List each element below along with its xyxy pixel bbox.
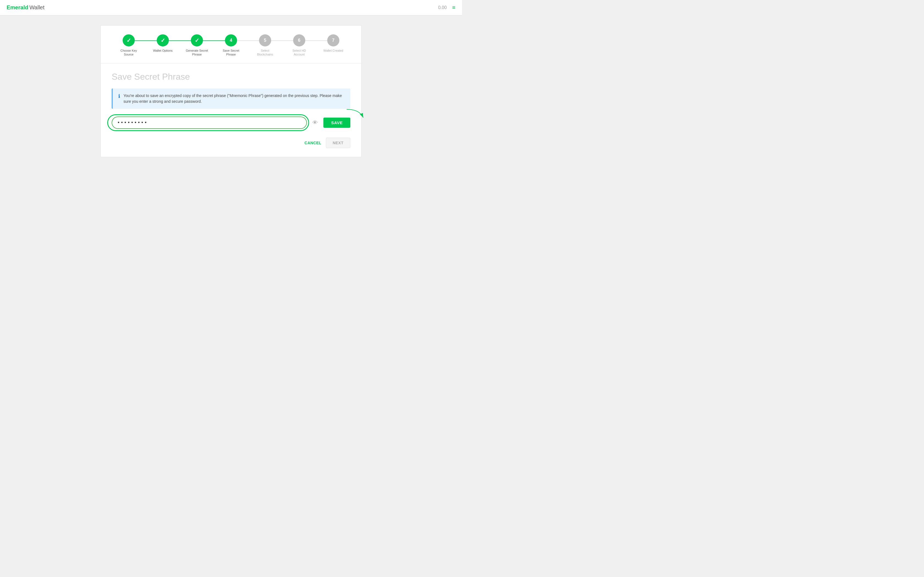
step-6-label: Select HD Account [287,48,312,56]
step-5: 5 Select Blockchains [248,34,282,56]
header-right: 0.00 ≡ [438,5,456,11]
step-7: 7 Wallet Created [316,34,351,53]
step-2-label: Wallet Options [153,48,173,53]
step-2-circle: ✓ [157,34,169,47]
step-1-label: Choose Key Source [116,48,141,56]
step-7-label: Wallet Created [323,48,343,53]
app-logo: Emerald Wallet [6,5,45,11]
password-input-container [111,116,307,129]
step-6-number: 6 [298,38,300,43]
step-4-circle: 4 [225,34,237,47]
step-4-number: 4 [230,38,233,43]
next-button[interactable]: NEXT [326,138,351,148]
step-5-circle: 5 [259,34,271,47]
toggle-password-icon[interactable]: 👁 [310,117,320,128]
main-content: ✓ Choose Key Source ✓ Wallet Options ✓ G… [0,15,462,167]
step-6-circle: 6 [293,34,305,47]
step-5-number: 5 [264,38,267,43]
page-content: Save Secret Phrase ℹ You're about to sav… [101,63,361,157]
step-6: 6 Select HD Account [282,34,316,56]
save-button[interactable]: SAVE [323,118,351,128]
app-header: Emerald Wallet 0.00 ≡ [0,0,462,15]
password-field-wrapper[interactable] [111,116,307,129]
step-4: 4 Save Secret Phrase [214,34,248,56]
page-title: Save Secret Phrase [111,72,351,82]
step-4-label: Save Secret Phrase [219,48,243,56]
password-input[interactable] [118,120,301,126]
step-3-label: Generate Secret Phrase [184,48,209,56]
step-5-label: Select Blockchains [253,48,278,56]
wizard-card: ✓ Choose Key Source ✓ Wallet Options ✓ G… [100,25,362,157]
info-icon: ℹ [118,93,120,99]
step-7-circle: 7 [327,34,339,47]
cancel-button[interactable]: CANCEL [304,141,321,145]
hamburger-menu-icon[interactable]: ≡ [452,5,456,11]
header-balance: 0.00 [438,5,447,10]
info-box: ℹ You're about to save an encrypted copy… [111,89,351,109]
footer-buttons: CANCEL NEXT [111,138,351,148]
step-1-checkmark: ✓ [126,37,131,44]
save-button-wrapper: SAVE [323,118,351,128]
info-text: You're about to save an encrypted copy o… [123,93,345,105]
logo-wallet-text: Wallet [29,5,45,11]
step-1: ✓ Choose Key Source [111,34,146,56]
step-1-circle: ✓ [123,34,135,47]
stepper: ✓ Choose Key Source ✓ Wallet Options ✓ G… [101,26,361,63]
step-3-circle: ✓ [191,34,203,47]
step-7-number: 7 [332,38,335,43]
password-row: 👁 SAVE [111,116,351,129]
step-2-checkmark: ✓ [161,37,165,44]
step-2: ✓ Wallet Options [146,34,180,53]
step-3: ✓ Generate Secret Phrase [180,34,214,56]
logo-emerald-text: Emerald [6,5,28,11]
step-3-checkmark: ✓ [195,37,199,44]
